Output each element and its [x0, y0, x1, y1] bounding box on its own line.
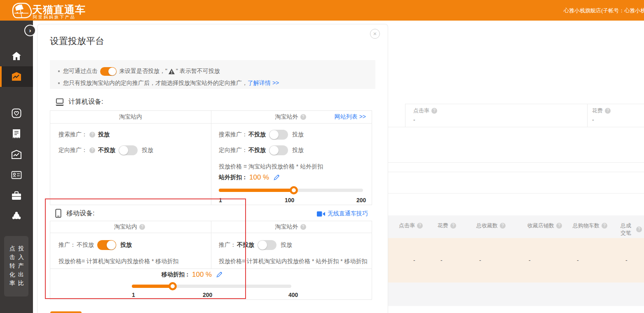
cell-value: - — [577, 257, 579, 264]
help-icon[interactable] — [139, 224, 145, 230]
help-icon[interactable] — [300, 224, 306, 230]
cell-value: - — [479, 257, 481, 264]
help-icon[interactable] — [450, 223, 456, 229]
divider — [405, 104, 405, 127]
help-icon[interactable] — [431, 108, 437, 114]
help-icon[interactable] — [89, 132, 95, 138]
help-icon[interactable] — [89, 147, 95, 153]
sidebar: › — [0, 21, 33, 313]
app-subtitle: 阿里妈妈旗下产品 — [33, 14, 76, 20]
sidebar-item-favorites[interactable] — [0, 103, 33, 124]
sidebar-metrics-panel[interactable]: 点击转化率 投入产出比 — [4, 236, 28, 297]
bg-table-header-row: 点击率 花费 总收藏数 收藏店铺数 总购物车数 总成交笔 — [387, 215, 644, 238]
tick-mid: 100 — [285, 197, 294, 203]
search-promo-state: 不投放 — [248, 131, 266, 138]
mobile-onsite-toggle[interactable] — [97, 240, 116, 250]
promo-state: 投放 — [120, 241, 132, 249]
col-carts: 总购物车数 — [573, 222, 600, 229]
envelope-chart-icon — [11, 150, 22, 159]
price-formula: 投放价格= 计算机淘宝站内投放价格 * 站外折扣 * 移动折扣 — [219, 256, 368, 267]
help-icon[interactable] — [636, 227, 642, 232]
promo-label: 推广： — [59, 241, 76, 249]
mobile-icon — [55, 209, 61, 218]
sidebar-item-audience[interactable] — [0, 206, 33, 227]
sidebar-item-account[interactable] — [0, 165, 33, 185]
slider-handle[interactable] — [169, 282, 177, 290]
divider — [384, 193, 644, 194]
stat-cost-label: 花费 — [592, 107, 603, 114]
stat-clickrate-value: - — [413, 117, 415, 123]
sidebar-item-tools[interactable] — [0, 185, 33, 206]
search-promo-label: 搜索推广： — [219, 131, 248, 138]
tick-mid: 200 — [203, 292, 212, 298]
search-promo-row: 搜索推广： 投放 — [59, 129, 113, 140]
wireless-tips-label: 无线直通车技巧 — [328, 210, 368, 217]
help-icon[interactable] — [500, 223, 506, 229]
wireless-tips-link[interactable]: 无线直通车技巧 — [317, 210, 368, 217]
cell-value: - — [529, 257, 531, 264]
computer-table-header: 淘宝站内 淘宝站外 网站列表 >> — [50, 111, 372, 124]
search-promo-toggle[interactable] — [269, 130, 288, 140]
target-promo-toggle[interactable] — [119, 145, 138, 155]
tip2-text: 您只有投放淘宝站内的定向推广后，才能选择投放淘宝站外的定向推广， — [63, 79, 248, 87]
header-label: 淘宝站外 — [275, 223, 298, 231]
account-name[interactable]: 心雅小栈旗舰店(子帐号：心雅小栈旗 — [564, 7, 644, 14]
divider — [387, 127, 644, 127]
edit-pencil-icon[interactable] — [273, 174, 280, 181]
tick-max: 200 — [356, 197, 366, 203]
target-promo-state: 不投放 — [98, 147, 115, 154]
tips-box: 您可通过点击 来设置是否投放，" " 表示暂不可投放 您只有投放淘宝站内的定向推… — [50, 60, 375, 89]
help-icon[interactable] — [417, 223, 423, 229]
target-promo-label: 定向推广： — [59, 147, 87, 154]
discount-label: 移动折扣： — [162, 271, 190, 278]
help-icon[interactable] — [602, 223, 607, 229]
sidebar-item-home[interactable] — [0, 46, 33, 66]
tick-max: 400 — [288, 292, 298, 298]
mobile-table: 淘宝站内 淘宝站外 推广： 不投放 投放 投放价格= 计算机淘宝站内投放价格 *… — [50, 221, 372, 300]
bullet-icon — [58, 82, 60, 84]
mobile-offsite-toggle[interactable] — [258, 240, 276, 250]
heart-app-icon — [12, 108, 21, 118]
mobile-table-header: 淘宝站内 淘宝站外 — [50, 221, 372, 233]
tip1-post: " 表示暂不可投放 — [176, 68, 220, 75]
help-icon[interactable] — [605, 108, 611, 114]
promo-label: 推广： — [219, 241, 236, 249]
computer-section-header: 计算机设备: — [55, 98, 103, 106]
mobile-section-title: 移动设备: — [66, 209, 94, 218]
toggle-on-label: 投放 — [292, 131, 304, 138]
mobile-discount-slider[interactable] — [132, 285, 291, 288]
bg-table-footer-row — [387, 283, 644, 306]
divider — [384, 172, 644, 172]
mobile-discount-area: 移动折扣： 100 % 1 200 400 — [50, 269, 372, 299]
help-icon[interactable] — [300, 114, 306, 120]
example-toggle — [100, 67, 117, 76]
offsite-discount-row: 站外折扣： 100 % — [219, 172, 280, 183]
slider-handle[interactable] — [290, 186, 298, 194]
discount-value: 100 % — [249, 173, 269, 182]
tip-row-2: 您只有投放淘宝站内的定向推广后，才能选择投放淘宝站外的定向推广， 了解详情 >> — [58, 78, 279, 88]
receipt-icon — [12, 129, 21, 139]
close-icon[interactable]: × — [370, 29, 380, 39]
header-taobao-offsite: 淘宝站外 网站列表 >> — [211, 111, 372, 123]
header-label: 淘宝站内 — [119, 113, 142, 121]
header-label: 淘宝站内 — [114, 223, 137, 231]
sidebar-item-promotion[interactable] — [0, 144, 33, 165]
set-platform-dialog: 设置投放平台 × 您可通过点击 来设置是否投放，" " 表示暂不可投放 您只有投… — [37, 24, 388, 313]
computer-table: 淘宝站内 淘宝站外 网站列表 >> 搜索推广： 投放 定向推广： 不投放 — [50, 110, 372, 205]
sidebar-item-reports[interactable] — [0, 124, 33, 144]
website-list-link[interactable]: 网站列表 >> — [335, 113, 366, 121]
cell-value: - — [413, 257, 415, 264]
computer-section-title: 计算机设备: — [68, 98, 103, 106]
metric-click-conversion: 点击转化率 — [9, 244, 16, 287]
confirm-button[interactable] — [50, 311, 82, 313]
cell-value: - — [625, 257, 628, 264]
sidebar-expand-button[interactable]: › — [24, 25, 36, 36]
sidebar-item-campaign-active[interactable] — [0, 66, 33, 87]
help-icon[interactable] — [556, 223, 562, 229]
mobile-section-header: 移动设备: 无线直通车技巧 — [50, 209, 371, 219]
offsite-discount-slider[interactable] — [219, 189, 363, 192]
edit-pencil-icon[interactable] — [216, 271, 222, 278]
learn-more-link[interactable]: 了解详情 >> — [248, 79, 279, 87]
target-promo-toggle[interactable] — [269, 145, 288, 155]
video-icon — [317, 211, 325, 217]
